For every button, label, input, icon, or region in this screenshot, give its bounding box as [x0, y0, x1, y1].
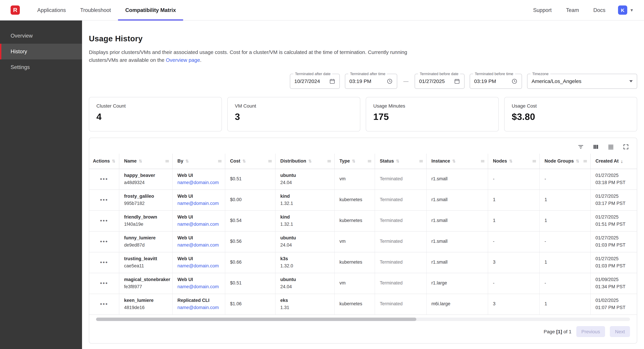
clock-icon[interactable] — [511, 78, 518, 84]
by-cell: Web UI name@domain.com — [172, 211, 225, 231]
column-menu-icon[interactable] — [368, 159, 372, 163]
calendar-icon[interactable] — [454, 78, 460, 84]
distribution-cell: k3s 1.32.0 — [276, 252, 335, 273]
filter-icon[interactable] — [577, 143, 584, 150]
horizontal-scrollbar[interactable] — [96, 318, 630, 321]
sort-icon[interactable]: ⇅ — [576, 159, 579, 163]
sort-desc-icon[interactable]: ↓ — [621, 158, 623, 164]
status-badge: Terminated — [380, 301, 422, 308]
row-actions-button[interactable]: ••• — [100, 279, 108, 288]
column-header-actions[interactable]: Actions⇅ — [89, 153, 119, 169]
sort-icon[interactable]: ⇅ — [139, 159, 142, 163]
column-header-type[interactable]: Type⇅ — [335, 153, 375, 169]
row-actions-button[interactable]: ••• — [100, 217, 108, 225]
usage-table-card: Actions⇅ Name⇅ By⇅ Cost⇅ — [89, 137, 637, 343]
row-actions-button[interactable]: ••• — [100, 258, 108, 267]
column-menu-icon[interactable] — [327, 159, 331, 163]
email-link[interactable]: name@domain.com — [178, 179, 220, 186]
column-header-node-groups[interactable]: Node Groups⇅ — [540, 153, 591, 169]
nav-support[interactable]: Support — [526, 0, 559, 20]
column-header-nodes[interactable]: Nodes⇅ — [488, 153, 540, 169]
column-header-distribution[interactable]: Distribution⇅ — [276, 153, 335, 169]
table-row[interactable]: ••• magical_stonebraker fe3f8977 Web UI … — [89, 273, 637, 294]
sidebar-item-history[interactable]: History — [0, 44, 82, 59]
node-groups-cell: 1 — [540, 211, 591, 231]
table-row[interactable]: ••• keen_lumiere 4819de16 Replicated CLI… — [89, 294, 637, 315]
table-row[interactable]: ••• friendly_brown 1f40a19e Web UI name@… — [89, 211, 637, 231]
row-actions-button[interactable]: ••• — [100, 196, 108, 204]
email-link[interactable]: name@domain.com — [178, 262, 220, 270]
nav-docs[interactable]: Docs — [586, 0, 613, 20]
cluster-name: magical_stonebraker — [124, 277, 168, 284]
sort-icon[interactable]: ⇅ — [112, 159, 115, 163]
columns-icon[interactable] — [592, 143, 599, 150]
sort-icon[interactable]: ⇅ — [352, 159, 355, 163]
distribution-version: 1.32.1 — [280, 200, 330, 207]
table-row[interactable]: ••• frosty_galileo 995b7182 Web UI name@… — [89, 190, 637, 211]
table-row[interactable]: ••• funny_lumiere de9ed87d Web UI name@d… — [89, 231, 637, 252]
email-link[interactable]: name@domain.com — [178, 200, 220, 207]
previous-button[interactable]: Previous — [576, 326, 605, 337]
email-link[interactable]: name@domain.com — [178, 221, 220, 228]
chevron-down-icon[interactable]: ▼ — [630, 8, 634, 12]
sidebar-item-settings[interactable]: Settings — [0, 59, 82, 75]
column-header-status[interactable]: Status⇅ — [375, 153, 426, 169]
column-header-name[interactable]: Name⇅ — [119, 153, 172, 169]
terminated-before-time-field[interactable]: Terminated before time 03:19 PM — [470, 74, 522, 89]
sort-icon[interactable]: ⇅ — [452, 159, 456, 163]
nav-compatibility-matrix[interactable]: Compatibility Matrix — [118, 0, 183, 20]
overview-page-link[interactable]: Overview page — [166, 57, 200, 63]
row-actions-button[interactable]: ••• — [100, 175, 108, 184]
terminated-after-date-field[interactable]: Terminated after date 10/27/2024 — [290, 74, 340, 89]
avatar[interactable]: K — [618, 5, 627, 15]
column-header-instance[interactable]: Instance⇅ — [426, 153, 488, 169]
density-icon[interactable] — [608, 143, 614, 150]
fullscreen-icon[interactable] — [622, 143, 629, 150]
cluster-id: 1f40a19e — [124, 221, 168, 228]
column-menu-icon[interactable] — [419, 159, 423, 163]
nav-troubleshoot[interactable]: Troubleshoot — [73, 0, 118, 20]
timezone-select[interactable]: Timezone America/Los_Angeles — [527, 74, 637, 89]
terminated-after-time-field[interactable]: Terminated after time 03:19 PM — [345, 74, 397, 89]
column-menu-icon[interactable] — [583, 159, 587, 163]
email-link[interactable]: name@domain.com — [178, 242, 220, 249]
created-at-cell: 01/27/2025 01:03 PM PST — [591, 252, 637, 273]
actions-cell: ••• — [89, 273, 119, 294]
status-badge: Terminated — [380, 259, 422, 266]
column-menu-icon[interactable] — [218, 159, 222, 163]
column-menu-icon[interactable] — [268, 159, 272, 163]
sort-icon[interactable]: ⇅ — [186, 159, 189, 163]
column-menu-icon[interactable] — [480, 159, 485, 163]
sidebar-item-overview[interactable]: Overview — [0, 28, 82, 44]
column-header-by[interactable]: By⇅ — [172, 153, 225, 169]
email-link[interactable]: name@domain.com — [178, 304, 220, 311]
cost-cell: $1.06 — [225, 294, 276, 314]
name-cell: magical_stonebraker fe3f8977 — [119, 273, 172, 294]
column-header-cost[interactable]: Cost⇅ — [225, 153, 276, 169]
column-menu-icon[interactable] — [165, 159, 169, 163]
clock-icon[interactable] — [386, 78, 393, 84]
email-link[interactable]: name@domain.com — [178, 283, 220, 290]
table-row[interactable]: ••• happy_beaver a48d9324 Web UI name@do… — [89, 169, 637, 190]
next-button[interactable]: Next — [610, 326, 630, 337]
sort-icon[interactable]: ⇅ — [308, 159, 312, 163]
calendar-icon[interactable] — [329, 78, 335, 84]
column-menu-icon[interactable] — [532, 159, 536, 163]
distribution-version: 24.04 — [280, 242, 330, 249]
column-header-created-at[interactable]: Created At↓ — [591, 153, 637, 169]
nodes-cell: - — [488, 231, 540, 252]
table-scroll-area[interactable]: Actions⇅ Name⇅ By⇅ Cost⇅ — [89, 153, 637, 315]
type-cell: kubernetes — [335, 190, 375, 210]
sort-icon[interactable]: ⇅ — [509, 159, 512, 163]
row-actions-button[interactable]: ••• — [100, 300, 108, 309]
sort-icon[interactable]: ⇅ — [396, 159, 400, 163]
nav-applications[interactable]: Applications — [30, 0, 73, 20]
scrollbar-thumb[interactable] — [96, 318, 416, 321]
table-row[interactable]: ••• trusting_leavitt cae5ea11 Web UI nam… — [89, 252, 637, 273]
sort-icon[interactable]: ⇅ — [242, 159, 246, 163]
terminated-before-date-field[interactable]: Terminated before date 01/27/2025 — [415, 74, 464, 89]
replicated-logo[interactable]: R — [10, 5, 20, 15]
dropdown-arrow-icon[interactable] — [629, 80, 633, 82]
nav-team[interactable]: Team — [559, 0, 586, 20]
row-actions-button[interactable]: ••• — [100, 237, 108, 246]
